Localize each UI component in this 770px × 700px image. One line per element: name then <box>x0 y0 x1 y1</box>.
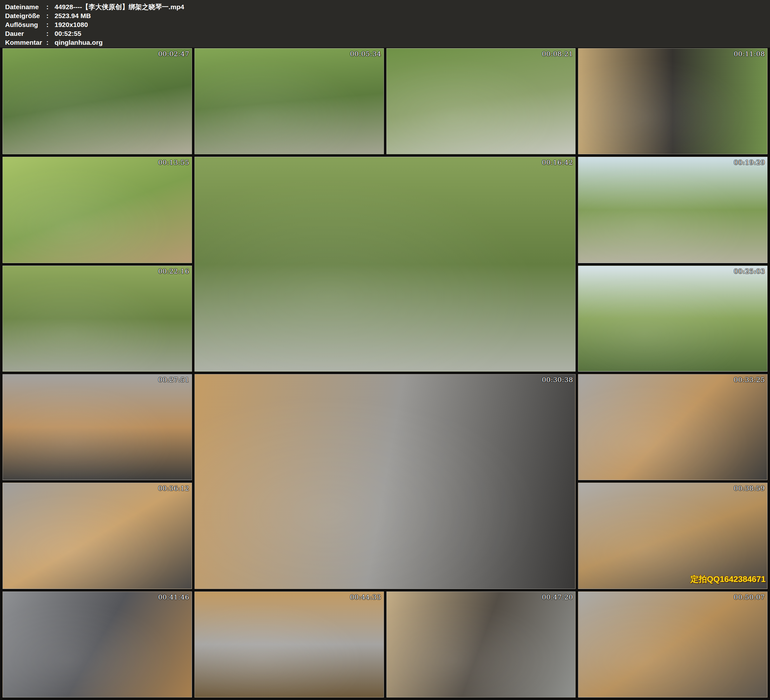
video-thumbnail: 00:41:46 <box>3 591 192 697</box>
file-info-value: 1920x1080 <box>55 20 765 29</box>
video-thumbnail: 00:47:20 <box>387 591 576 697</box>
video-thumbnail: 00:05:34 <box>194 48 384 154</box>
timestamp-overlay: 00:33:25 <box>734 376 765 384</box>
file-info-separator: : <box>46 20 55 29</box>
contact-sheet: Dateiname:44928----【李大侠原创】绑架之晓琴一.mp4Date… <box>0 0 770 700</box>
file-info-row: Kommentar:qinglanhua.org <box>5 38 765 47</box>
file-info-label: Kommentar <box>5 38 46 47</box>
video-thumbnail: 00:27:51 <box>3 374 192 480</box>
video-thumbnail: 00:16:42 <box>194 157 576 371</box>
file-info-label: Dateiname <box>5 3 46 11</box>
video-thumbnail: 00:19:29 <box>578 157 767 263</box>
timestamp-overlay: 00:11:08 <box>734 50 765 58</box>
video-thumbnail: 00:22:16 <box>3 266 192 371</box>
timestamp-overlay: 00:27:51 <box>158 376 189 384</box>
timestamp-overlay: 00:02:47 <box>158 50 189 58</box>
file-info-value: qinglanhua.org <box>55 38 765 47</box>
qq-watermark: 定拍QQ1642384671 <box>691 574 765 585</box>
timestamp-overlay: 00:25:03 <box>734 267 765 275</box>
video-thumbnail: 00:02:47 <box>3 48 192 154</box>
thumbnail-grid: 00:02:4700:05:3400:08:2100:11:0800:13:55… <box>0 48 770 700</box>
video-thumbnail: 00:08:21 <box>387 48 576 154</box>
file-info-separator: : <box>46 38 55 47</box>
file-info-separator: : <box>46 11 55 20</box>
file-info-separator: : <box>46 29 55 38</box>
timestamp-overlay: 00:38:59 <box>734 484 765 492</box>
timestamp-overlay: 00:41:46 <box>158 593 189 601</box>
file-info-label: Auflösung <box>5 20 46 29</box>
timestamp-overlay: 00:30:38 <box>542 376 573 384</box>
file-info-value: 00:52:55 <box>55 29 765 38</box>
file-info-label: Dateigröße <box>5 11 46 20</box>
timestamp-overlay: 00:05:34 <box>350 50 381 58</box>
timestamp-overlay: 00:13:55 <box>158 159 189 166</box>
video-thumbnail: 00:11:08 <box>578 48 767 154</box>
timestamp-overlay: 00:44:33 <box>350 593 381 601</box>
file-info-row: Dateiname:44928----【李大侠原创】绑架之晓琴一.mp4 <box>5 3 765 11</box>
video-thumbnail: 00:25:03 <box>578 266 767 371</box>
file-info-label: Dauer <box>5 29 46 38</box>
file-info-row: Dateigröße:2523.94 MB <box>5 11 765 20</box>
timestamp-overlay: 00:47:20 <box>542 593 573 601</box>
file-info-separator: : <box>46 3 55 11</box>
video-thumbnail: 00:30:38 <box>194 374 576 589</box>
timestamp-overlay: 00:19:29 <box>734 159 765 166</box>
file-info-header: Dateiname:44928----【李大侠原创】绑架之晓琴一.mp4Date… <box>0 0 770 48</box>
timestamp-overlay: 00:50:07 <box>734 593 765 601</box>
video-thumbnail: 00:36:12 <box>3 483 192 589</box>
video-thumbnail: 00:38:59定拍QQ1642384671 <box>578 483 767 589</box>
file-info-row: Dauer:00:52:55 <box>5 29 765 38</box>
timestamp-overlay: 00:36:12 <box>158 484 189 492</box>
timestamp-overlay: 00:08:21 <box>542 50 573 58</box>
timestamp-overlay: 00:22:16 <box>158 267 189 275</box>
video-thumbnail: 00:50:07 <box>578 591 767 697</box>
video-thumbnail: 00:13:55 <box>3 157 192 263</box>
video-thumbnail: 00:33:25 <box>578 374 767 480</box>
file-info-value: 2523.94 MB <box>55 11 765 20</box>
file-info-row: Auflösung:1920x1080 <box>5 20 765 29</box>
timestamp-overlay: 00:16:42 <box>542 159 573 166</box>
file-info-value: 44928----【李大侠原创】绑架之晓琴一.mp4 <box>55 3 765 11</box>
video-thumbnail: 00:44:33 <box>194 591 384 697</box>
